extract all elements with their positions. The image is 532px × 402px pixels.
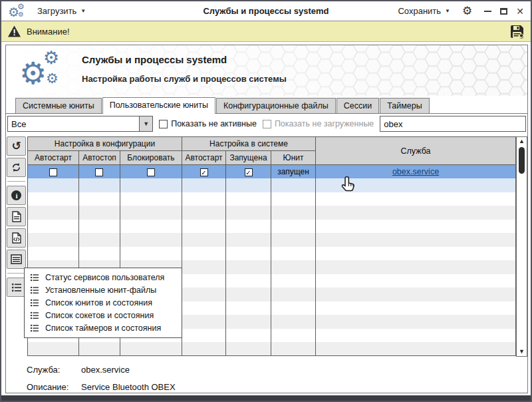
- table-row[interactable]: [27, 206, 515, 220]
- info-button[interactable]: i: [7, 186, 26, 205]
- show-inactive-label: Показать не активные: [171, 119, 257, 128]
- bullet-list-icon: [30, 274, 39, 282]
- table-row[interactable]: [27, 247, 515, 261]
- tab-0[interactable]: Системные юниты: [15, 98, 102, 113]
- table-row[interactable]: [27, 342, 515, 356]
- table-row[interactable]: [27, 233, 515, 247]
- banner: ⚙ ⚙ ⚙ Службы и процессы systemd Настройк…: [6, 45, 527, 96]
- app-window: ⚙ ⚙ ⚙ Загрузить ▼ Службы и процессы syst…: [0, 0, 532, 402]
- warning-text: Внимание!: [27, 27, 70, 37]
- context-menu-item-label: Установленные юнит-файлы: [45, 286, 156, 295]
- scrollbar-thumb[interactable]: [519, 147, 525, 174]
- chevron-down-icon: ▼: [80, 8, 86, 14]
- info-icon: i: [11, 190, 21, 200]
- context-menu-item[interactable]: Список таймеров и состояния: [25, 321, 182, 334]
- list-icon: [11, 254, 22, 264]
- col-running-system: Запущена: [226, 151, 271, 165]
- minimize-button[interactable]: [484, 11, 491, 12]
- context-menu-item[interactable]: Установленные юнит-файлы: [25, 284, 182, 296]
- description-detail-value: Service Bluetooth OBEX: [81, 382, 176, 392]
- context-menu-item-label: Список таймеров и состояния: [45, 323, 161, 333]
- context-menu-item[interactable]: Список юнитов и состояния: [25, 296, 182, 309]
- main-panel: ⚙ ⚙ ⚙ Службы и процессы systemd Настройк…: [5, 45, 528, 393]
- scope-dropdown-value: Все: [8, 119, 139, 129]
- refresh-button[interactable]: [7, 158, 26, 177]
- context-menu-item[interactable]: Список сокетов и состояния: [25, 309, 182, 321]
- row-checkbox[interactable]: [245, 168, 253, 176]
- tab-4[interactable]: Таймеры: [380, 98, 430, 113]
- code-document-icon: [11, 232, 22, 244]
- bullet-list-icon: [11, 283, 22, 292]
- app-logo-large-icon: ⚙ ⚙ ⚙: [19, 49, 71, 92]
- row-checkbox[interactable]: [95, 168, 103, 176]
- context-menu-item-label: Список сокетов и состояния: [45, 311, 154, 320]
- chevron-down-icon: ▼: [143, 120, 149, 127]
- row-checkbox[interactable]: [147, 168, 155, 176]
- close-button[interactable]: ✕: [516, 7, 524, 16]
- bullet-list-icon: [30, 324, 39, 332]
- list-view-button[interactable]: [7, 250, 26, 269]
- service-detail-value: obex.service: [81, 365, 130, 375]
- checkbox-box: [263, 120, 271, 128]
- show-inactive-checkbox[interactable]: Показать не активные: [159, 119, 257, 128]
- save-menu-button[interactable]: Сохранить ▼: [398, 6, 450, 16]
- chevron-down-icon: ▼: [445, 8, 450, 14]
- search-input[interactable]: [380, 116, 526, 132]
- tab-3[interactable]: Сессии: [336, 98, 379, 113]
- table-row[interactable]: [27, 178, 515, 192]
- col-unit: Юнит: [271, 151, 316, 165]
- toolbar-separator: [7, 273, 25, 274]
- table-row-selected[interactable]: запущенobex.service: [27, 165, 515, 179]
- tab-1[interactable]: Пользовательские юниты: [102, 97, 215, 114]
- context-menu-item-label: Список юнитов и состояния: [45, 298, 152, 307]
- service-column-header: Служба: [316, 137, 516, 165]
- bullet-list-icon: [30, 286, 39, 294]
- app-logo-icon: ⚙ ⚙ ⚙: [8, 3, 28, 20]
- page-title: Службы и процессы systemd: [82, 54, 227, 65]
- checkbox-box[interactable]: [159, 120, 168, 128]
- scroll-down-icon[interactable]: ▼: [519, 347, 525, 356]
- context-menu-item-label: Статус сервисов пользователя: [45, 273, 164, 282]
- col-autostop-config: Автостоп: [78, 151, 120, 165]
- table-group-header-row: Настройка в конфигурации Настройка в сис…: [27, 137, 515, 151]
- save-button-label: Сохранить: [398, 6, 441, 16]
- show-unloaded-label: Показать не загруженные: [275, 119, 374, 128]
- context-menu-item[interactable]: Статус сервисов пользователя: [25, 271, 182, 284]
- bullet-list-icon: [30, 311, 39, 319]
- history-icon: ↺: [12, 140, 21, 152]
- details-panel: Служба: obex.service Описание: Service B…: [6, 365, 527, 392]
- scroll-up-icon[interactable]: ▲: [519, 137, 525, 146]
- settings-gear-icon[interactable]: ⚙: [462, 4, 472, 18]
- code-document-button[interactable]: [7, 228, 26, 248]
- dropdown-button[interactable]: ▼: [139, 116, 152, 131]
- refresh-icon: [11, 162, 22, 173]
- col-autostart-system: Автостарт: [182, 151, 226, 165]
- vertical-scrollbar[interactable]: ▲ ▼: [516, 136, 527, 357]
- maximize-button[interactable]: [500, 8, 507, 15]
- document-icon: [11, 211, 22, 222]
- row-checkbox[interactable]: [200, 168, 208, 176]
- table-row[interactable]: [27, 220, 515, 234]
- tab-2[interactable]: Конфигурационные файлы: [216, 98, 336, 113]
- bullet-list-icon: [30, 299, 39, 307]
- service-link[interactable]: obex.service: [392, 167, 439, 176]
- document-button[interactable]: [7, 207, 26, 226]
- unit-state-cell: запущен: [271, 165, 316, 179]
- col-block-config: Блокировать: [120, 151, 182, 165]
- row-checkbox[interactable]: [49, 168, 57, 176]
- page-subtitle: Настройка работы служб и процессов систе…: [82, 74, 287, 84]
- save-file-icon[interactable]: [509, 24, 525, 39]
- scope-dropdown[interactable]: Все ▼: [7, 116, 153, 132]
- bottom-bar: [1, 395, 531, 401]
- table-row[interactable]: [27, 192, 515, 206]
- description-detail-label: Описание:: [27, 382, 81, 392]
- history-button[interactable]: ↺: [7, 136, 26, 156]
- tab-bar: Системные юнитыПользовательские юнитыКон…: [6, 96, 527, 114]
- title-bar: ⚙ ⚙ ⚙ Загрузить ▼ Службы и процессы syst…: [1, 1, 531, 21]
- hand-cursor-icon: [340, 176, 356, 193]
- warning-bar: Внимание!: [1, 21, 531, 42]
- context-menu: Статус сервисов пользователя Установленн…: [24, 268, 182, 338]
- load-menu-button[interactable]: Загрузить ▼: [37, 6, 86, 16]
- system-group-header: Настройка в системе: [182, 137, 316, 151]
- filter-row: Все ▼ Показать не активные Показать не з…: [6, 114, 527, 134]
